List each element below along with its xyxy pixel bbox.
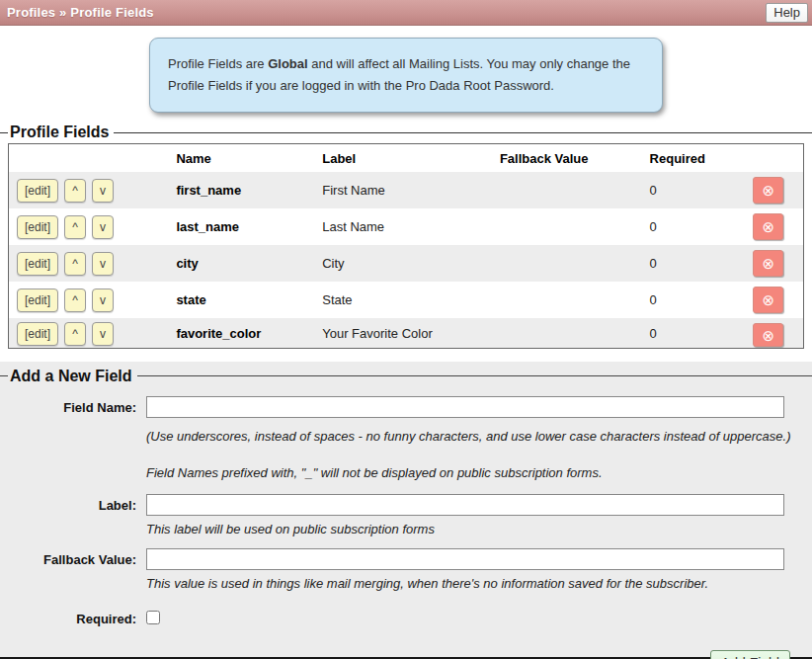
required-cell: 0 [642,172,734,208]
field-name-cell: favorite_color [168,318,314,348]
delete-button[interactable]: ⊗ [753,213,783,240]
fallback-value-label: Fallback Value: [8,548,136,567]
fallback-value-hint: This value is used in things like mail m… [146,576,804,591]
label-row: Label: [8,494,804,516]
notice-text-prefix: Profile Fields are [168,56,268,71]
table-row: [edit]^v last_name Last Name 0 ⊗ [9,208,804,245]
fallback-value-cell [492,282,642,318]
move-down-button[interactable]: v [92,288,114,312]
field-label-cell: First Name [314,172,492,208]
profile-fields-legend: Profile Fields [8,124,114,141]
field-label-cell: Last Name [314,208,492,245]
delete-circle-x-icon: ⊗ [762,291,774,308]
delete-circle-x-icon: ⊗ [762,327,774,344]
fallback-value-row: Fallback Value: [8,548,804,570]
required-cell: 0 [642,282,734,318]
column-header-fallback-value: Fallback Value [492,144,642,173]
field-label-cell: Your Favorite Color [314,318,492,348]
fallback-value-cell [492,245,642,282]
delete-circle-x-icon: ⊗ [762,255,774,272]
move-down-button[interactable]: v [92,179,114,203]
column-header-delete [734,144,804,173]
table-row: [edit]^v favorite_color Your Favorite Co… [9,318,804,348]
delete-cell: ⊗ [734,208,804,245]
field-name-cell: city [168,245,314,282]
edit-button[interactable]: [edit] [17,252,58,276]
add-field-button[interactable]: Add Field [710,650,790,659]
move-down-button[interactable]: v [92,215,114,239]
table-row: [edit]^v state State 0 ⊗ [9,282,804,318]
column-header-required: Required [642,144,734,173]
fallback-value-input[interactable] [146,548,784,570]
field-name-input[interactable] [146,396,784,418]
label-label: Label: [8,494,136,513]
fallback-value-cell [492,208,642,245]
delete-button[interactable]: ⊗ [753,177,783,204]
row-controls-cell: [edit]^v [9,282,169,318]
move-up-button[interactable]: ^ [64,215,86,239]
titlebar: Profiles » Profile Fields Help [0,0,812,26]
delete-button[interactable]: ⊗ [753,323,783,347]
profile-fields-table: Name Label Fallback Value Required [edit… [8,143,804,349]
label-hint: This label will be used on public subscr… [146,522,804,536]
delete-cell: ⊗ [734,282,804,318]
column-header-label: Label [314,144,492,173]
label-input[interactable] [146,494,784,516]
field-label-cell: State [314,282,492,318]
notice-text-bold: Global [268,56,307,71]
edit-button[interactable]: [edit] [17,215,58,239]
global-notice-box: Profile Fields are Global and will affec… [149,38,663,113]
profile-fields-section: Profile Fields Name Label Fallback Value… [0,124,812,355]
required-checkbox[interactable] [146,611,160,624]
delete-circle-x-icon: ⊗ [762,218,774,235]
move-up-button[interactable]: ^ [64,322,86,346]
field-name-hint-2: Field Names prefixed with, "_" will not … [146,465,804,480]
add-field-legend: Add a New Field [8,368,137,385]
move-up-button[interactable]: ^ [64,288,86,312]
delete-cell: ⊗ [734,318,804,348]
field-label-cell: City [314,245,492,282]
delete-circle-x-icon: ⊗ [762,182,774,199]
column-header-name: Name [168,144,314,173]
delete-cell: ⊗ [734,245,804,282]
add-field-section: Add a New Field Field Name: (Use undersc… [0,368,812,659]
table-row: [edit]^v city City 0 ⊗ [9,245,804,282]
edit-button[interactable]: [edit] [17,179,58,203]
help-button[interactable]: Help [766,3,808,23]
column-header-controls [9,144,169,173]
table-header-row: Name Label Fallback Value Required [9,144,804,173]
add-field-gray-section: Add a New Field Field Name: (Use undersc… [0,362,812,657]
move-down-button[interactable]: v [92,252,114,276]
field-name-cell: first_name [168,172,314,208]
row-controls-cell: [edit]^v [9,245,169,282]
required-label: Required: [8,608,136,626]
delete-button[interactable]: ⊗ [753,287,783,313]
move-up-button[interactable]: ^ [64,179,86,203]
table-row: [edit]^v first_name First Name 0 ⊗ [9,172,804,208]
field-name-label: Field Name: [8,396,136,415]
row-controls-cell: [edit]^v [9,318,169,348]
move-down-button[interactable]: v [92,322,114,346]
breadcrumb-title: Profiles » Profile Fields [0,5,154,20]
required-cell: 0 [642,318,734,348]
required-cell: 0 [642,208,734,245]
field-name-cell: state [168,282,314,318]
field-name-cell: last_name [168,208,314,245]
field-name-row: Field Name: [8,396,804,418]
edit-button[interactable]: [edit] [17,288,58,312]
delete-cell: ⊗ [734,172,804,208]
field-name-hint-1: (Use underscores, instead of spaces - no… [146,429,804,444]
delete-button[interactable]: ⊗ [753,250,783,277]
row-controls-cell: [edit]^v [9,172,169,208]
required-row: Required: [8,608,804,628]
row-controls-cell: [edit]^v [9,208,169,245]
required-cell: 0 [642,245,734,282]
fallback-value-cell [492,172,642,208]
fallback-value-cell [492,318,642,348]
move-up-button[interactable]: ^ [64,252,86,276]
edit-button[interactable]: [edit] [17,322,58,346]
